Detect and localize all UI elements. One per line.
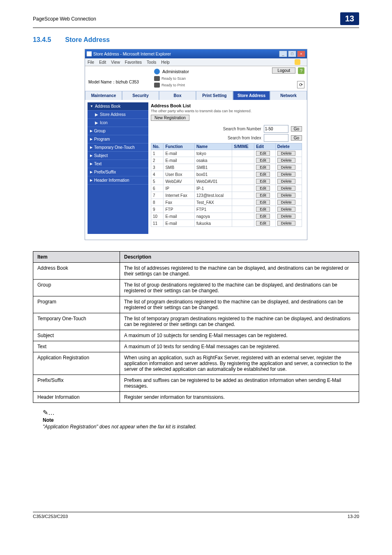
desc-item: Application Registration	[33, 352, 120, 375]
cell-edit: Edit	[254, 199, 276, 206]
edit-button[interactable]: Edit	[256, 186, 270, 191]
menu-view[interactable]: View	[111, 60, 120, 65]
cell-edit: Edit	[254, 171, 276, 178]
logout-button[interactable]: Logout	[272, 67, 295, 74]
maximize-button[interactable]: □	[288, 51, 296, 57]
delete-button[interactable]: Delete	[277, 172, 295, 177]
search-from-index-select[interactable]	[264, 134, 288, 142]
menu-favorites[interactable]: Favorites	[125, 60, 142, 65]
cell-name: osaka	[194, 157, 232, 164]
table-row: Application RegistrationWhen using an ap…	[33, 352, 359, 375]
edit-button[interactable]: Edit	[256, 179, 270, 184]
description-table: Item Description Address BookThe list of…	[33, 251, 359, 403]
sidebar-header-information[interactable]: ▶Header Information	[88, 176, 148, 185]
go-button-index[interactable]: Go	[291, 135, 302, 141]
table-row: Header InformationRegister sender inform…	[33, 392, 359, 403]
address-table: No. Function Name S/MIME Edit Delete 1E-…	[151, 143, 302, 227]
cell-delete: Delete	[275, 164, 302, 171]
edit-button[interactable]: Edit	[256, 172, 270, 177]
sidebar-address-book[interactable]: ▼Address Book	[88, 102, 148, 111]
cell-delete: Delete	[275, 178, 302, 185]
delete-button[interactable]: Delete	[277, 193, 295, 198]
sidebar-prefix-suffix[interactable]: ▶Prefix/Suffix	[88, 168, 148, 176]
cell-edit: Edit	[254, 220, 276, 227]
desc-head-desc: Description	[120, 252, 359, 263]
sidebar-temporary-one-touch[interactable]: ▶Temporary One-Touch	[88, 143, 148, 152]
desc-item: Text	[33, 341, 120, 352]
delete-button[interactable]: Delete	[277, 214, 295, 219]
edit-button[interactable]: Edit	[256, 214, 270, 219]
cell-name: WebDAV01	[194, 178, 232, 185]
col-smime: S/MIME	[232, 143, 254, 150]
cell-no: 2	[151, 157, 164, 164]
new-registration-button[interactable]: New Registration	[151, 115, 189, 121]
status-print: Ready to Print	[161, 83, 185, 87]
delete-button[interactable]: Delete	[277, 151, 295, 156]
help-icon[interactable]: ?	[298, 67, 304, 74]
tab-security[interactable]: Security	[122, 91, 159, 100]
sidebar-program[interactable]: ▶Program	[88, 135, 148, 143]
delete-button[interactable]: Delete	[277, 200, 295, 205]
cell-function: FTP	[164, 206, 195, 213]
desc-item: Subject	[33, 330, 120, 341]
section-title: Store Address	[65, 36, 110, 44]
menu-file[interactable]: File	[88, 60, 94, 65]
edit-button[interactable]: Edit	[256, 207, 270, 212]
desc-head-item: Item	[33, 252, 120, 263]
table-row: ProgramThe list of program destinations …	[33, 296, 359, 313]
cell-delete: Delete	[275, 185, 302, 192]
table-row: 10E-mailnagoyaEditDelete	[151, 213, 302, 220]
desc-text: The list of group destinations registere…	[120, 280, 359, 296]
desc-text: A maximum of 10 texts for sending E-Mail…	[120, 341, 359, 352]
edit-button[interactable]: Edit	[256, 151, 270, 156]
delete-button[interactable]: Delete	[277, 165, 295, 170]
window-title-bar: Store Address - Microsoft Internet Explo…	[85, 49, 307, 58]
table-row: 9FTPFTP1EditDelete	[151, 206, 302, 213]
go-button-number[interactable]: Go	[291, 126, 302, 132]
sidebar-text[interactable]: ▶Text	[88, 160, 148, 168]
menu-edit[interactable]: Edit	[99, 60, 106, 65]
cell-function: Internet Fax	[164, 192, 195, 199]
cell-delete: Delete	[275, 213, 302, 220]
menu-help[interactable]: Help	[161, 60, 170, 65]
refresh-icon[interactable]: ⟳	[297, 81, 304, 88]
tab-network[interactable]: Network	[270, 91, 307, 100]
tab-maintenance[interactable]: Maintenance	[85, 91, 122, 100]
delete-button[interactable]: Delete	[277, 186, 295, 191]
delete-button[interactable]: Delete	[277, 179, 295, 184]
sidebar-group[interactable]: ▶Group	[88, 127, 148, 135]
edit-button[interactable]: Edit	[256, 165, 270, 170]
table-row: 7Internet Fax123@test.localEditDelete	[151, 192, 302, 199]
triangle-right-icon: ▶	[90, 129, 92, 133]
tab-print-setting[interactable]: Print Setting	[196, 91, 233, 100]
cell-smime	[232, 220, 254, 227]
edit-button[interactable]: Edit	[256, 193, 270, 198]
cell-name: fukuoka	[194, 220, 232, 227]
desc-item: Group	[33, 280, 120, 296]
delete-button[interactable]: Delete	[277, 207, 295, 212]
cell-smime	[232, 178, 254, 185]
footer-left: C353/C253/C203	[33, 514, 68, 519]
sidebar: ▼Address Book ▶Store Address ▶Icon ▶Grou…	[88, 102, 148, 234]
cell-name: 123@test.local	[194, 192, 232, 199]
admin-icon	[154, 69, 160, 74]
menu-tools[interactable]: Tools	[147, 60, 156, 65]
sidebar-subject[interactable]: ▶Subject	[88, 152, 148, 160]
search-from-number-select[interactable]	[264, 125, 288, 133]
minimize-button[interactable]: _	[279, 51, 287, 57]
sidebar-store-address[interactable]: ▶Store Address	[88, 111, 148, 119]
tab-box[interactable]: Box	[159, 91, 196, 100]
tab-store-address[interactable]: Store Address	[233, 91, 270, 100]
edit-button[interactable]: Edit	[256, 158, 270, 163]
desc-text: The list of addresses registered to the …	[120, 263, 359, 280]
cell-smime	[232, 206, 254, 213]
edit-button[interactable]: Edit	[256, 200, 270, 205]
close-button[interactable]: ×	[297, 51, 305, 57]
delete-button[interactable]: Delete	[277, 158, 295, 163]
sidebar-icon[interactable]: ▶Icon	[88, 119, 148, 127]
triangle-right-icon: ▶	[90, 170, 92, 174]
search-from-number-label: Search from Number	[223, 127, 261, 131]
edit-button[interactable]: Edit	[256, 221, 270, 226]
cell-edit: Edit	[254, 206, 276, 213]
delete-button[interactable]: Delete	[277, 221, 295, 226]
